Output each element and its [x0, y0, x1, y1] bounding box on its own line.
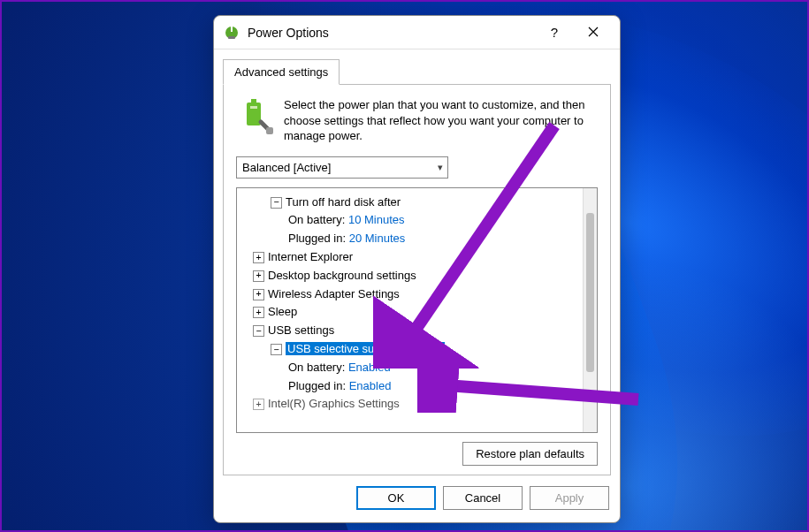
- expand-icon[interactable]: +: [253, 289, 264, 300]
- tab-content: Select the power plan that you want to c…: [223, 84, 611, 475]
- scrollbar[interactable]: [583, 188, 597, 432]
- hdd-battery-value[interactable]: 10 Minutes: [348, 213, 405, 226]
- collapse-icon[interactable]: −: [271, 197, 282, 209]
- tree-node-hard-disk[interactable]: −Turn off hard disk after: [240, 194, 579, 212]
- power-options-dialog: Power Options ? Advanced settings Select…: [213, 15, 621, 523]
- restore-defaults-button[interactable]: Restore plan defaults: [462, 442, 598, 466]
- svg-rect-4: [251, 99, 256, 103]
- tree-node-sleep[interactable]: +Sleep: [240, 303, 579, 322]
- power-plan-select[interactable]: Balanced [Active] ▾: [236, 156, 448, 179]
- power-plan-selected: Balanced [Active]: [242, 161, 331, 174]
- usb-selective-label: USB selective suspend setting: [286, 342, 445, 355]
- tree-node-usb-selective[interactable]: −USB selective suspend setting: [240, 340, 579, 359]
- help-button[interactable]: ?: [535, 19, 574, 46]
- svg-rect-2: [228, 36, 235, 39]
- apply-button: Apply: [530, 486, 609, 510]
- svg-rect-6: [266, 127, 273, 134]
- collapse-icon[interactable]: −: [253, 325, 264, 337]
- tab-advanced-settings[interactable]: Advanced settings: [223, 59, 340, 85]
- hdd-plugged-value[interactable]: 20 Minutes: [349, 232, 406, 245]
- svg-rect-1: [231, 27, 233, 32]
- close-icon: [588, 25, 599, 40]
- svg-rect-5: [250, 106, 257, 109]
- usb-battery-value[interactable]: Enabled: [348, 361, 391, 374]
- tree-leaf-hdd-plugged[interactable]: Plugged in: 20 Minutes: [240, 230, 579, 248]
- tree-node-wireless[interactable]: +Wireless Adapter Settings: [240, 285, 579, 304]
- scrollbar-thumb[interactable]: [586, 213, 594, 372]
- description-text: Select the power plan that you want to c…: [284, 97, 598, 144]
- tree-leaf-usb-plugged[interactable]: Plugged in: Enabled: [240, 377, 579, 396]
- collapse-icon[interactable]: −: [271, 344, 282, 355]
- window-title: Power Options: [248, 26, 535, 40]
- tree-leaf-hdd-battery[interactable]: On battery: 10 Minutes: [240, 211, 579, 230]
- tree-node-usb[interactable]: −USB settings: [240, 322, 579, 340]
- cancel-button[interactable]: Cancel: [443, 486, 523, 510]
- titlebar[interactable]: Power Options ?: [214, 16, 620, 49]
- tree-node-desktop-bg[interactable]: +Desktop background settings: [240, 267, 579, 285]
- usb-plugged-value[interactable]: Enabled: [349, 379, 392, 392]
- expand-icon[interactable]: +: [253, 399, 264, 410]
- expand-icon[interactable]: +: [253, 307, 264, 318]
- tree-node-graphics[interactable]: +Intel(R) Graphics Settings: [240, 395, 579, 414]
- settings-tree: −Turn off hard disk after On battery: 10…: [236, 187, 598, 433]
- expand-icon[interactable]: +: [253, 252, 264, 263]
- dialog-buttons: OK Cancel Apply: [214, 475, 620, 522]
- tab-strip: Advanced settings: [214, 49, 620, 84]
- expand-icon[interactable]: +: [253, 270, 264, 282]
- ok-button[interactable]: OK: [356, 486, 436, 510]
- tree-leaf-usb-battery[interactable]: On battery: Enabled: [240, 359, 579, 377]
- close-button[interactable]: [574, 19, 613, 46]
- battery-plug-icon: [236, 97, 275, 136]
- tree-node-ie[interactable]: +Internet Explorer: [240, 248, 579, 267]
- power-options-icon: [223, 24, 240, 42]
